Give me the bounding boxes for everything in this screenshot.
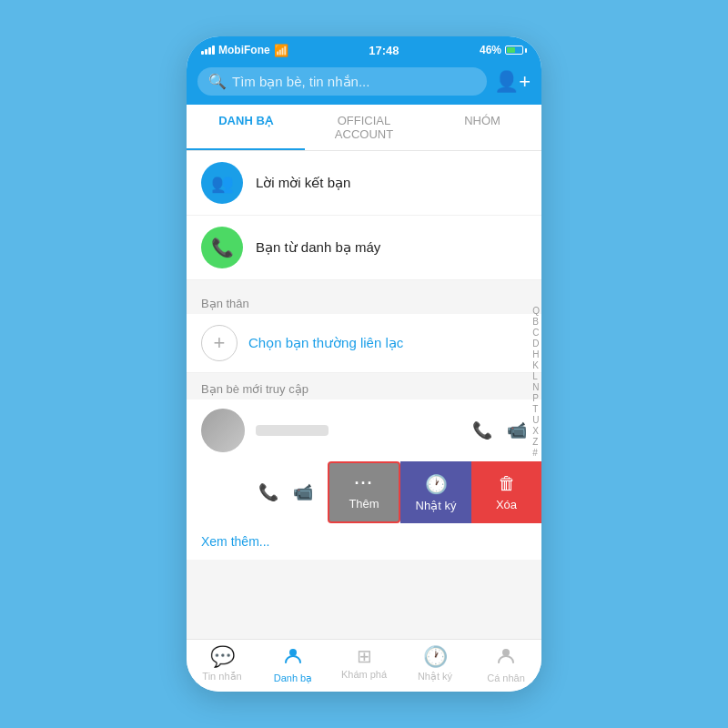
nav-danh-ba[interactable]: Danh bạ xyxy=(258,645,329,684)
time-display: 17:48 xyxy=(369,44,399,57)
main-content: 👥 Lời mời kết bạn 📞 Bạn từ danh bạ máy B… xyxy=(187,151,541,639)
battery-percentage: 46% xyxy=(480,44,501,56)
xoa-trash-icon: 🗑 xyxy=(498,473,516,494)
friend-1-info xyxy=(256,425,461,436)
nav-tin-nhan[interactable]: 💬 Tin nhắn xyxy=(187,645,258,684)
nav-danh-ba-label: Danh bạ xyxy=(274,672,312,684)
video-icon-2[interactable]: 📹 xyxy=(293,482,313,502)
index-X[interactable]: X xyxy=(532,426,540,436)
index-P[interactable]: P xyxy=(532,393,540,403)
nhatky-label: Nhật ký xyxy=(416,499,457,512)
wifi-icon: 📶 xyxy=(274,44,288,57)
index-L[interactable]: L xyxy=(532,371,540,381)
svg-point-1 xyxy=(502,649,510,656)
friend-2-info xyxy=(187,487,248,498)
nav-kham-pha[interactable]: ⊞ Khám phá xyxy=(329,645,399,684)
nav-nhat-ky[interactable]: 🕐 Nhật ký xyxy=(399,645,470,684)
swipe-actions-container: ··· Thêm 🕐 Nhật ký 🗑 Xóa xyxy=(328,461,541,523)
nav-nhat-ky-label: Nhật ký xyxy=(418,671,452,682)
battery-icon xyxy=(505,46,527,55)
index-K[interactable]: K xyxy=(532,360,540,370)
friend-2-row-container: 📞 📹 ··· Thêm 🕐 Nhật ký xyxy=(187,461,541,523)
call-icon-1[interactable]: 📞 xyxy=(472,420,492,440)
friend-row-2[interactable]: 📞 📹 xyxy=(187,461,328,523)
nav-ca-nhan[interactable]: Cá nhân xyxy=(470,645,541,684)
profile-icon xyxy=(496,645,516,671)
xoa-button[interactable]: 🗑 Xóa xyxy=(471,461,541,523)
status-bar: MobiFone 📶 17:48 46% xyxy=(187,36,541,62)
index-U[interactable]: U xyxy=(532,415,540,425)
svg-point-0 xyxy=(289,649,297,656)
tab-danh-ba[interactable]: DANH BẠ xyxy=(187,105,305,150)
tabs-bar: DANH BẠ OFFICIAL ACCOUNT NHÓM xyxy=(187,105,541,151)
friend-row-1[interactable]: 📞 📹 xyxy=(187,399,541,461)
ban-than-header: Bạn thân xyxy=(187,288,541,314)
search-icon: 🔍 xyxy=(208,73,227,90)
ban-be-moi-section: Bạn bè mới truy cập 📞 📹 xyxy=(187,373,541,523)
index-Q[interactable]: Q xyxy=(532,306,540,316)
signal-bars-icon xyxy=(201,46,215,55)
add-frequent-item[interactable]: + Chọn bạn thường liên lạc xyxy=(187,314,541,373)
danh-ba-icon: 📞 xyxy=(201,227,243,268)
phone-frame: MobiFone 📶 17:48 46% 🔍 👤+ DANH BẠ OFFICI… xyxy=(187,36,541,692)
search-bar: 🔍 👤+ xyxy=(187,62,541,105)
xoa-label: Xóa xyxy=(496,498,517,511)
danh-ba-label: Bạn từ danh bạ máy xyxy=(256,239,380,256)
add-friend-button[interactable]: 👤+ xyxy=(494,70,531,94)
status-left: MobiFone 📶 xyxy=(201,44,288,57)
index-B[interactable]: B xyxy=(532,317,540,327)
message-icon: 💬 xyxy=(210,645,235,669)
person-add-icon: 👤+ xyxy=(494,70,531,94)
index-D[interactable]: D xyxy=(532,339,540,349)
nav-tin-nhan-label: Tin nhắn xyxy=(202,671,241,682)
nav-kham-pha-label: Khám phá xyxy=(341,669,387,680)
index-C[interactable]: C xyxy=(532,328,540,338)
them-button[interactable]: ··· Thêm xyxy=(328,461,400,523)
bottom-nav: 💬 Tin nhắn Danh bạ ⊞ Khám phá 🕐 Nhật ký xyxy=(187,639,541,692)
nav-ca-nhan-label: Cá nhân xyxy=(487,672,525,683)
index-sidebar: Q B C D H K L N P T U X Z # xyxy=(532,306,540,458)
add-frequent-label: Chọn bạn thường liên lạc xyxy=(248,335,403,351)
tab-nhom[interactable]: NHÓM xyxy=(423,105,541,150)
index-H[interactable]: H xyxy=(532,349,540,359)
friend-row-2-wrapper: 📞 📹 ··· Thêm 🕐 Nhật ký xyxy=(187,461,541,523)
ban-tu-danh-ba-item[interactable]: 📞 Bạn từ danh bạ máy xyxy=(187,216,541,280)
them-dots-icon: ··· xyxy=(354,474,373,493)
see-more-link[interactable]: Xem thêm... xyxy=(187,523,541,560)
index-Z[interactable]: Z xyxy=(532,437,540,447)
index-T[interactable]: T xyxy=(532,404,540,414)
carrier-label: MobiFone xyxy=(218,44,270,56)
tab-official-account[interactable]: OFFICIAL ACCOUNT xyxy=(305,105,423,150)
index-hash[interactable]: # xyxy=(532,448,540,458)
loi-moi-ket-ban-item[interactable]: 👥 Lời mời kết bạn xyxy=(187,151,541,216)
friend-1-actions: 📞 📹 xyxy=(472,420,527,440)
video-icon-1[interactable]: 📹 xyxy=(507,420,527,440)
friend-row-1-wrapper: 📞 📹 xyxy=(187,399,541,461)
nhatky-button[interactable]: 🕐 Nhật ký xyxy=(400,461,471,523)
search-input[interactable] xyxy=(232,74,476,89)
explore-icon: ⊞ xyxy=(357,645,372,667)
loi-moi-icon: 👥 xyxy=(201,162,243,204)
journal-icon: 🕐 xyxy=(423,645,448,669)
call-icon-2[interactable]: 📞 xyxy=(258,482,278,502)
them-label: Thêm xyxy=(349,497,379,511)
nhatky-clock-icon: 🕐 xyxy=(425,473,448,495)
ban-than-section: Bạn thân + Chọn bạn thường liên lạc xyxy=(187,288,541,373)
index-N[interactable]: N xyxy=(532,382,540,392)
quick-contacts-section: 👥 Lời mời kết bạn 📞 Bạn từ danh bạ máy xyxy=(187,151,541,280)
ban-be-moi-header: Bạn bè mới truy cập xyxy=(187,373,541,399)
friend-1-name xyxy=(256,425,329,436)
loi-moi-label: Lời mời kết bạn xyxy=(256,175,350,191)
friend-1-avatar xyxy=(201,409,245,452)
add-circle-icon: + xyxy=(201,325,238,361)
contacts-icon xyxy=(283,645,303,671)
friend-2-actions: 📞 📹 xyxy=(258,482,313,502)
search-input-wrapper[interactable]: 🔍 xyxy=(197,67,487,96)
status-right: 46% xyxy=(480,44,527,56)
